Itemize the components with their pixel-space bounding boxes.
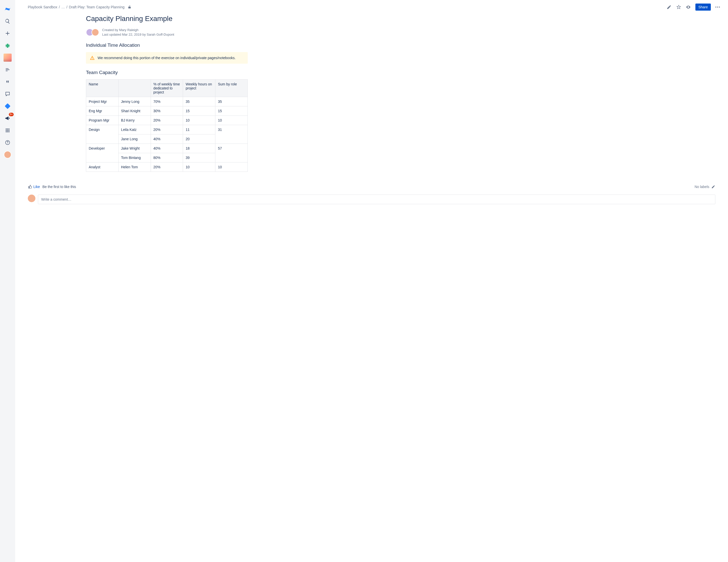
breadcrumb-sep: / [66,5,67,9]
breadcrumb-space[interactable]: Playbook Sandbox [28,5,57,9]
page-header: Playbook Sandbox / … / Draft Play: Team … [15,0,728,11]
cell-hours: 10 [183,163,215,172]
edit-icon[interactable] [667,5,672,10]
byline: Created by Mary Raleigh Last updated Mar… [86,28,248,37]
page-footer: Like Be the first to like this No labels [28,185,715,189]
cell-person: BJ Kerry [118,116,151,125]
breadcrumb-sep: / [59,5,60,9]
diamond-icon [5,103,11,109]
profile-button[interactable] [3,150,12,159]
contributor-avatars[interactable] [86,29,99,36]
labs-button[interactable] [3,102,12,111]
confluence-icon [4,6,11,13]
cell-hours: 35 [183,97,215,106]
created-by-text: Created by Mary Raleigh [102,28,174,32]
cell-person: Jane Long [118,135,151,144]
breadcrumb: Playbook Sandbox / … / Draft Play: Team … [28,5,132,9]
comment-area: Write a comment… [28,195,715,204]
product-logo[interactable] [3,5,12,14]
like-prompt: Be the first to like this [42,185,76,189]
grid-icon [5,128,10,133]
cell-person: Jenny Long [118,97,151,106]
section-heading-team: Team Capacity [86,70,248,75]
help-button[interactable] [3,138,12,147]
capacity-table: Name % of weekly time dedicated to proje… [86,79,248,172]
col-pct: % of weekly time dedicated to project [151,80,183,97]
col-name: Name [86,80,119,97]
like-button[interactable]: Like [28,185,40,189]
more-actions-button[interactable] [715,7,720,8]
plus-icon [5,31,10,36]
app-switcher[interactable] [3,126,12,135]
cell-role: Analyst [86,163,119,172]
cell-hours: 10 [183,116,215,125]
notification-badge: 9+ [9,113,14,116]
avatar-icon [4,151,11,159]
table-row: DesignLeila Katz20%1131 [86,125,248,135]
edit-labels-icon[interactable] [711,185,715,189]
notifications-button[interactable]: 9+ [3,114,12,123]
comment-input[interactable]: Write a comment… [38,195,715,204]
cell-sum: 15 [215,106,248,116]
section-heading-individual: Individual Time Allocation [86,42,248,48]
cell-hours: 18 [183,144,215,153]
watch-icon[interactable] [686,5,691,10]
warning-panel: We recommend doing this portion of the e… [86,52,248,64]
space-shortcut[interactable] [3,53,12,62]
activity-button[interactable] [3,41,12,50]
search-icon [5,18,10,24]
cell-sum: 57 [215,144,248,163]
col-hours: Weekly hours on project [183,80,215,97]
page-actions: Share [667,4,720,11]
comments-button[interactable] [3,90,12,99]
cell-role: Program Mgr [86,116,119,125]
cell-hours: 20 [183,135,215,144]
cell-person: Shari Knight [118,106,151,116]
breadcrumb-ellipsis[interactable]: … [61,5,65,9]
unlocked-icon[interactable] [128,5,132,9]
table-row: DeveloperJake Wright40%1857 [86,144,248,153]
cell-role: Design [86,125,119,144]
cell-pct: 70% [151,97,183,106]
cell-role: Project Mgr [86,97,119,106]
cell-person: Tom Bintang [118,153,151,163]
recent-button[interactable] [3,65,12,74]
col-sum: Sum by role [215,80,248,97]
table-row: Project MgrJenny Long70%3535 [86,97,248,106]
cell-pct: 40% [151,135,183,144]
share-button[interactable]: Share [695,4,711,11]
thumbs-up-icon [28,185,32,189]
cell-sum: 10 [215,116,248,125]
cell-sum: 31 [215,125,248,144]
page-title: Capacity Planning Example [86,15,248,23]
breadcrumb-page[interactable]: Draft Play: Team Capacity Planning [69,5,125,9]
table-row: AnalystHelen Tom20%1010 [86,163,248,172]
cell-pct: 40% [151,144,183,153]
lines-icon [5,67,10,73]
global-nav: 9+ [0,0,15,562]
col-blank [118,80,151,97]
cell-pct: 30% [151,106,183,116]
cell-sum: 35 [215,97,248,106]
table-header-row: Name % of weekly time dedicated to proje… [86,80,248,97]
comment-placeholder: Write a comment… [41,197,72,202]
cell-hours: 39 [183,153,215,163]
cell-hours: 15 [183,106,215,116]
no-labels-text: No labels [695,185,709,189]
cell-person: Leila Katz [118,125,151,135]
quotes-button[interactable] [3,77,12,86]
star-icon[interactable] [676,5,681,10]
cell-pct: 20% [151,125,183,135]
avatar-icon [92,29,99,36]
updated-by-text: Last updated Mar 22, 2019 by Sarah Goff-… [102,32,174,37]
page-body: Capacity Planning Example Created by Mar… [86,15,248,172]
cell-pct: 20% [151,116,183,125]
help-icon [5,140,10,145]
avatar-icon [28,195,35,202]
main-content: Playbook Sandbox / … / Draft Play: Team … [15,0,728,562]
space-thumbnail-icon [4,54,12,62]
quote-icon [5,79,10,85]
create-button[interactable] [3,29,12,38]
like-label: Like [33,185,40,189]
search-button[interactable] [3,17,12,26]
